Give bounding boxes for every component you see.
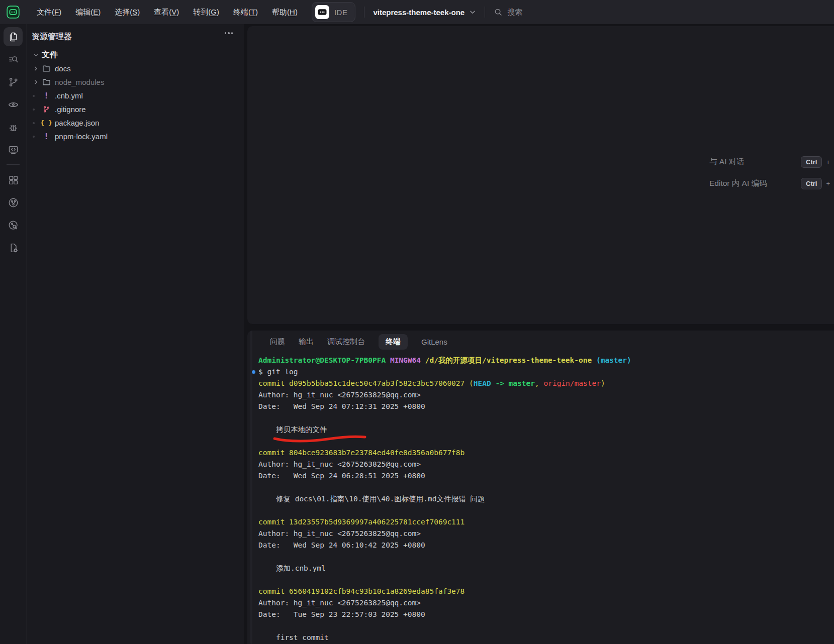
terminal-line: commit 6560419102cfb94c93b10c1a8269eda85… <box>258 586 834 597</box>
menu-help[interactable]: 帮助(H) <box>265 5 305 20</box>
folder-icon <box>41 78 51 86</box>
ai-chat-hint: 与 AI 对话 Ctrl + U <box>709 155 834 169</box>
ai-inline-edit-hint: Editor 内 AI 编码 Ctrl + I <box>709 177 834 190</box>
explorer-header: 资源管理器 <box>27 24 244 48</box>
search-panel-icon[interactable] <box>4 50 23 69</box>
tree-item-label: node_modules <box>55 78 104 86</box>
tree-item-label: docs <box>55 64 71 73</box>
terminal-line: commit 804bce923683b7e23784ed40fe8d356a0… <box>258 447 834 459</box>
ide-mode-badge[interactable]: IDE <box>312 2 356 22</box>
titlebar-divider <box>485 7 485 18</box>
more-actions-icon[interactable] <box>225 32 233 34</box>
terminal-line: 添加.cnb.yml <box>258 563 834 574</box>
terminal-line <box>258 620 834 632</box>
terminal-line: Author: hg_it_nuc <2675263825@qq.com> <box>258 389 834 401</box>
git-graph-icon[interactable] <box>4 193 23 212</box>
tree-item-label: .gitignore <box>55 105 86 114</box>
explorer-sidebar: 资源管理器 文件 docs node_modules ! .cnb.yml .g… <box>26 24 244 644</box>
project-switcher[interactable]: vitepress-theme-teek-one <box>373 8 476 17</box>
tree-item-gitignore[interactable]: .gitignore <box>27 102 244 116</box>
menu-selection[interactable]: 选择(S) <box>108 5 147 20</box>
terminal-line <box>258 412 834 424</box>
menu-go[interactable]: 转到(G) <box>186 5 226 20</box>
terminal-line: Author: hg_it_nuc <2675263825@qq.com> <box>258 597 834 609</box>
search-icon <box>494 8 503 17</box>
terminal-line: Date: Wed Sep 24 07:12:31 2025 +0800 <box>258 401 834 412</box>
terminal-line <box>258 436 834 447</box>
menu-edit[interactable]: 编辑(E) <box>68 5 108 20</box>
ide-window-icon <box>315 5 330 20</box>
keycap-ctrl: Ctrl <box>801 156 822 168</box>
extensions-icon[interactable] <box>4 170 23 189</box>
ai-chat-keys: Ctrl + U <box>801 156 834 168</box>
keycap-ctrl: Ctrl <box>801 178 822 189</box>
tree-item-node-modules[interactable]: node_modules <box>27 75 244 89</box>
settings-file-icon[interactable] <box>4 238 23 257</box>
tab-gitlens[interactable]: GitLens <box>421 338 447 346</box>
chevron-down-icon <box>469 9 476 16</box>
panel-tabs: 问题 输出 调试控制台 终端 GitLens <box>247 331 834 351</box>
preview-eye-icon[interactable] <box>4 95 23 114</box>
terminal-line: Date: Tue Sep 23 22:57:03 2025 +0800 <box>258 609 834 620</box>
tree-item-label: .cnb.yml <box>55 91 83 100</box>
tree-item-pnpm-lock[interactable]: ! pnpm-lock.yaml <box>27 130 244 143</box>
tree-item-docs[interactable]: docs <box>27 62 244 75</box>
source-control-icon[interactable] <box>4 72 23 91</box>
tree-item-package-json[interactable]: { } package.json <box>27 116 244 130</box>
terminal-line: commit 13d23557b5d9369997a406225781ccef7… <box>258 516 834 528</box>
bottom-panel: 问题 输出 调试控制台 终端 GitLens Administrator@DES… <box>247 331 834 644</box>
ai-inline-edit-keys: Ctrl + I <box>801 178 834 189</box>
explorer-title: 资源管理器 <box>32 32 72 41</box>
terminal-line <box>258 505 834 516</box>
search-placeholder: 搜索 <box>507 8 522 17</box>
terminal-line: Date: Wed Sep 24 06:28:51 2025 +0800 <box>258 470 834 482</box>
ai-chat-hint-label: 与 AI 对话 <box>709 157 801 167</box>
tree-root-files[interactable]: 文件 <box>27 48 244 62</box>
terminal-line: Author: hg_it_nuc <2675263825@qq.com> <box>258 459 834 470</box>
file-status-dot <box>33 109 35 111</box>
ai-shortcut-hints: 与 AI 对话 Ctrl + U Editor 内 AI 编码 Ctrl + I <box>709 155 834 198</box>
file-status-dot <box>33 95 35 97</box>
tree-root-label: 文件 <box>42 50 58 60</box>
terminal-line: $ git log <box>258 366 834 378</box>
terminal-line: 拷贝本地的文件 <box>258 424 834 436</box>
menu-file[interactable]: 文件(F) <box>30 5 68 20</box>
tab-output[interactable]: 输出 <box>299 337 314 347</box>
terminal-line: Date: Wed Sep 24 06:10:42 2025 +0800 <box>258 540 834 551</box>
editor-area[interactable]: 与 AI 对话 Ctrl + U Editor 内 AI 编码 Ctrl + I <box>247 26 834 324</box>
project-name: vitepress-theme-teek-one <box>373 8 465 17</box>
explorer-icon[interactable] <box>4 27 23 46</box>
yaml-file-icon: ! <box>41 91 51 100</box>
titlebar: 文件(F) 编辑(E) 选择(S) 查看(V) 转到(G) 终端(T) 帮助(H… <box>0 0 834 24</box>
terminal-line: first commit <box>258 632 834 643</box>
terminal-line: Author: hg_it_nuc <2675263825@qq.com> <box>258 528 834 540</box>
folder-icon <box>41 64 51 73</box>
terminal[interactable]: Administrator@DESKTOP-7PB0PFA MINGW64 /d… <box>247 354 834 644</box>
remote-terminal-icon[interactable] <box>4 140 23 159</box>
ai-inline-edit-hint-label: Editor 内 AI 编码 <box>709 178 801 189</box>
terminal-line <box>258 482 834 493</box>
terminal-lines: Administrator@DESKTOP-7PB0PFA MINGW64 /d… <box>258 355 834 643</box>
global-search[interactable]: 搜索 <box>494 8 522 17</box>
tab-debug-console[interactable]: 调试控制台 <box>327 337 365 347</box>
activity-bar <box>0 24 26 644</box>
tab-problems[interactable]: 问题 <box>270 337 285 347</box>
tab-terminal[interactable]: 终端 <box>379 334 408 350</box>
git-search-icon[interactable] <box>4 216 23 235</box>
file-status-dot <box>33 136 35 138</box>
terminal-line <box>258 551 834 563</box>
terminal-line: commit d095b5bba51c1dec50c47ab3f582c3bc5… <box>258 378 834 389</box>
chevron-right-icon <box>32 65 40 72</box>
terminal-line: 修复 docs\01.指南\10.使用\40.图标使用.md文件报错 问题 <box>258 493 834 505</box>
tree-item-cnb-yml[interactable]: ! .cnb.yml <box>27 89 244 102</box>
menu-terminal[interactable]: 终端(T) <box>226 5 265 20</box>
git-file-icon <box>41 105 51 113</box>
menu-view[interactable]: 查看(V) <box>147 5 186 20</box>
json-file-icon: { } <box>41 119 51 127</box>
titlebar-divider <box>364 7 364 18</box>
command-decoration-dot[interactable] <box>252 370 255 374</box>
file-status-dot <box>33 122 35 124</box>
app-logo-icon <box>7 6 20 19</box>
menu-bar: 文件(F) 编辑(E) 选择(S) 查看(V) 转到(G) 终端(T) 帮助(H… <box>30 5 305 20</box>
debug-icon[interactable] <box>4 118 23 137</box>
